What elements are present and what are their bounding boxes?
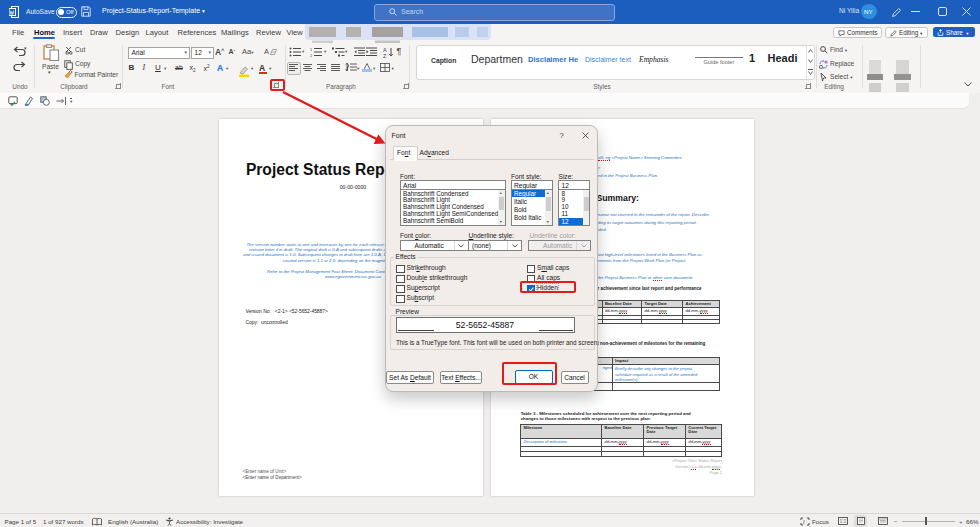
svg-text:I: I (803, 519, 805, 525)
svg-text:1: 1 (310, 47, 313, 52)
svg-text:Z: Z (383, 53, 387, 58)
svg-text:2: 2 (310, 53, 313, 58)
